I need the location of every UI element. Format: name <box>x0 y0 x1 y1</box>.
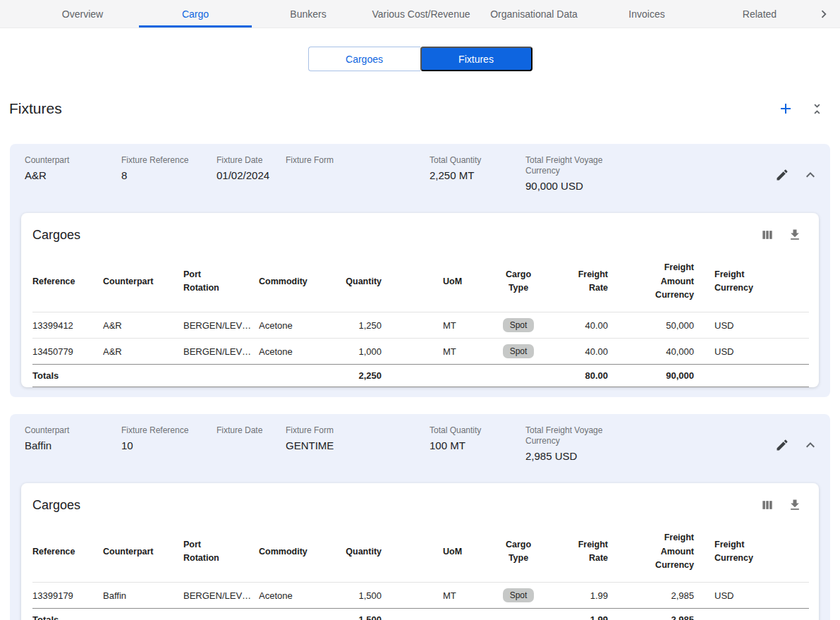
column-header-freight-rate[interactable]: Freight Rate <box>547 521 615 583</box>
toggle-label: Fixtures <box>458 54 494 65</box>
add-fixture-button[interactable] <box>777 100 794 117</box>
column-header-freight-amount-currency[interactable]: Freight Amount Currency <box>615 521 701 583</box>
column-header-freight-currency[interactable]: Freight Currency <box>701 521 809 583</box>
toggle-fixtures[interactable]: Fixtures <box>420 47 532 71</box>
column-header-label: Quantity <box>346 275 382 288</box>
collapse-all-button[interactable] <box>808 100 825 117</box>
fixture-field-fixture-date: Fixture Date <box>217 425 286 452</box>
column-header-reference[interactable]: Reference <box>32 521 103 583</box>
tab-related[interactable]: Related <box>703 0 816 28</box>
totals-cell-cargo-type <box>490 609 547 620</box>
fixture-field-fixture-form: Fixture FormGENTIME <box>286 425 430 452</box>
table-header-row: ReferenceCounterpartPort RotationCommodi… <box>32 251 809 312</box>
download-button[interactable] <box>786 226 803 243</box>
tab-various-cost-revenue[interactable]: Various Cost/Revenue <box>365 0 477 28</box>
field-label: Fixture Form <box>286 155 424 166</box>
column-header-label: Reference <box>32 545 75 559</box>
cell-uom: MT <box>436 339 490 365</box>
totals-row: Totals2,25080.0090,000 <box>32 365 809 387</box>
table-row[interactable]: 13399412A&RBERGEN/LEV…Acetone1,250MTSpot… <box>32 312 809 339</box>
chevron-up-icon <box>802 437 819 454</box>
fixture-field-total-quantity: Total Quantity2,250 MT <box>430 155 525 182</box>
download-icon <box>788 498 802 512</box>
column-header-label: Commodity <box>259 275 308 288</box>
field-value: 2,985 USD <box>525 450 768 463</box>
column-header-uom[interactable]: UoM <box>436 521 490 583</box>
column-header-cargo-type[interactable]: Cargo Type <box>490 251 547 312</box>
column-header-cargo-type[interactable]: Cargo Type <box>490 521 547 583</box>
field-value: 2,250 MT <box>430 169 520 182</box>
totals-cell-freight-rate: 1.99 <box>547 609 615 620</box>
column-header-freight-amount-currency[interactable]: Freight Amount Currency <box>615 251 701 312</box>
tab-bunkers[interactable]: Bunkers <box>252 0 365 28</box>
fixture-header: CounterpartA&RFixture Reference8Fixture … <box>21 155 819 213</box>
column-settings-button[interactable] <box>759 226 776 243</box>
cell-commodity: Acetone <box>259 583 324 609</box>
cargo-type-chip: Spot <box>503 344 535 358</box>
column-header-uom[interactable]: UoM <box>436 251 490 312</box>
download-button[interactable] <box>786 497 803 513</box>
totals-cell-counterpart <box>103 609 183 620</box>
collapse-fixture-button[interactable] <box>802 166 819 183</box>
cell-freight-rate: 40.00 <box>547 312 615 339</box>
column-header-label: Freight Amount Currency <box>650 531 694 572</box>
cargoes-table: ReferenceCounterpartPort RotationCommodi… <box>32 251 809 387</box>
column-header-reference[interactable]: Reference <box>32 251 103 312</box>
totals-cell-freight-currency <box>701 609 809 620</box>
column-header-port-rotation[interactable]: Port Rotation <box>183 251 259 312</box>
fixture-field-fixture-date: Fixture Date01/02/2024 <box>217 155 286 182</box>
cell-counterpart: A&R <box>103 312 183 339</box>
fixture-field-total-freight-voyage-currency: Total Freight Voyage Currency90,000 USD <box>525 155 774 193</box>
tab-cargo[interactable]: Cargo <box>139 0 252 28</box>
column-header-counterpart[interactable]: Counterpart <box>103 251 183 312</box>
table-row[interactable]: 13399179BaffinBERGEN/LEV…Acetone1,500MTS… <box>32 583 809 609</box>
cargoes-head: Cargoes <box>32 224 808 245</box>
cell-uom: MT <box>436 583 490 609</box>
column-header-label: UoM <box>443 545 462 559</box>
column-settings-button[interactable] <box>759 497 776 513</box>
cell-port-rotation: BERGEN/LEV… <box>183 583 259 609</box>
column-header-freight-currency[interactable]: Freight Currency <box>701 251 809 312</box>
chevron-right-icon <box>816 6 832 22</box>
toggle-label: Cargoes <box>346 54 383 65</box>
field-value: 10 <box>121 439 211 452</box>
cell-commodity: Acetone <box>259 339 324 365</box>
tab-label: Related <box>743 8 777 20</box>
page-heading-actions <box>777 100 831 117</box>
column-header-port-rotation[interactable]: Port Rotation <box>183 521 259 583</box>
tab-organisational-data[interactable]: Organisational Data <box>477 0 590 28</box>
field-label: Total Quantity <box>430 425 520 436</box>
field-label: Total Freight Voyage Currency <box>525 425 609 446</box>
column-header-quantity[interactable]: Quantity <box>324 251 436 312</box>
view-toggle-row: CargoesFixtures <box>0 47 840 71</box>
column-header-label: Port Rotation <box>183 268 224 296</box>
cargoes-actions <box>759 226 808 243</box>
column-header-label: Port Rotation <box>183 538 224 566</box>
edit-fixture-button[interactable] <box>774 166 791 183</box>
collapse-fixture-button[interactable] <box>802 437 819 454</box>
totals-cell-commodity <box>259 365 324 387</box>
totals-cell-reference: Totals <box>32 365 103 387</box>
cell-freight-amount-currency: 50,000 <box>615 312 701 339</box>
tab-overview[interactable]: Overview <box>26 0 139 28</box>
toggle-cargoes[interactable]: Cargoes <box>308 47 420 71</box>
column-header-label: Commodity <box>259 545 308 559</box>
view-toggle-group: CargoesFixtures <box>308 47 532 71</box>
top-tab-bar: OverviewCargoBunkersVarious Cost/Revenue… <box>0 0 840 28</box>
cell-reference: 13450779 <box>32 339 103 365</box>
column-header-freight-rate[interactable]: Freight Rate <box>547 251 615 312</box>
tabs-overflow-button[interactable] <box>816 0 840 28</box>
table-row[interactable]: 13450779A&RBERGEN/LEV…Acetone1,000MTSpot… <box>32 339 809 365</box>
column-header-counterpart[interactable]: Counterpart <box>103 521 183 583</box>
cargoes-actions <box>759 497 808 513</box>
edit-fixture-button[interactable] <box>774 437 791 454</box>
cell-reference: 13399412 <box>32 312 103 339</box>
cell-freight-currency: USD <box>701 312 809 339</box>
totals-row: Totals1,5001.992,985 <box>32 609 809 620</box>
tab-invoices[interactable]: Invoices <box>590 0 703 28</box>
cargoes-card: CargoesReferenceCounterpartPort Rotation… <box>21 213 819 387</box>
table-header-row: ReferenceCounterpartPort RotationCommodi… <box>32 521 809 583</box>
column-header-commodity[interactable]: Commodity <box>259 251 324 312</box>
column-header-quantity[interactable]: Quantity <box>324 521 436 583</box>
column-header-commodity[interactable]: Commodity <box>259 521 324 583</box>
